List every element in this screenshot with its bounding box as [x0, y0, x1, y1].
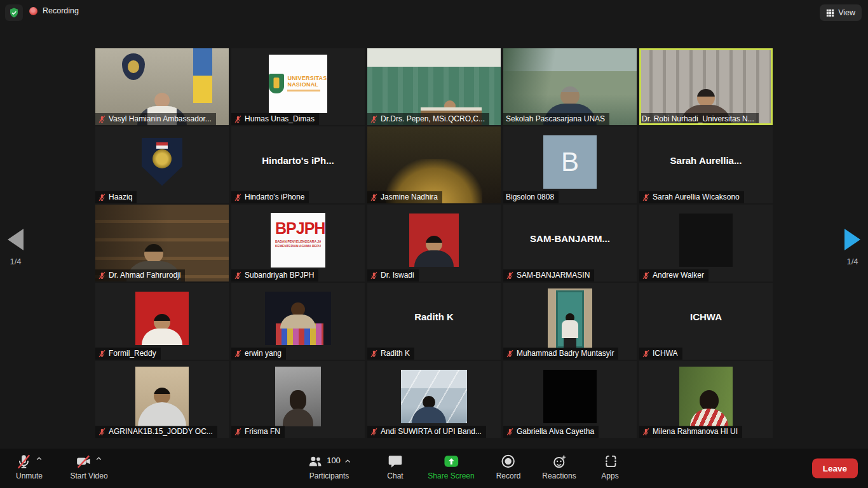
mic-muted-icon	[506, 349, 514, 358]
participant-tile[interactable]: Andrew Walker	[639, 205, 773, 281]
apps-button[interactable]: Apps	[601, 453, 618, 480]
mic-muted-icon	[506, 428, 514, 436]
participant-avatar	[367, 361, 501, 431]
photo-avatar	[135, 367, 189, 426]
mic-muted-icon	[98, 115, 106, 123]
participant-name-label: Sarah Aurellia Wicaksono	[639, 191, 744, 203]
participant-name-label: Dr. Iswadi	[367, 269, 419, 281]
participant-display-name: ICHWA	[639, 283, 773, 351]
mic-muted-icon	[370, 193, 378, 201]
participant-display-name: Hindarto's iPh...	[231, 126, 365, 194]
previous-page-control[interactable]: 1/4	[8, 229, 24, 266]
photo-avatar	[543, 370, 597, 423]
photo-avatar	[265, 292, 331, 345]
mic-slash-icon	[16, 453, 32, 470]
participant-name-label: ICHWA	[639, 348, 682, 360]
participant-tile[interactable]: Jasmine Nadhira	[367, 126, 501, 203]
participant-tile[interactable]: Dr. Iswadi	[367, 205, 501, 281]
mic-muted-icon	[642, 193, 650, 201]
participant-name-label: Dr.Drs. Pepen, MSi.QCRO,C...	[367, 113, 489, 125]
triangle-right-icon[interactable]	[844, 229, 860, 250]
participant-tile[interactable]: Gabriella Alva Cayetha	[503, 361, 637, 438]
people-icon	[307, 453, 323, 470]
participant-display-name: Sarah Aurellia...	[639, 126, 773, 194]
participant-display-name: SAM-BANJARM...	[503, 205, 637, 273]
wall-emblem	[122, 53, 145, 80]
mic-muted-icon	[98, 428, 106, 436]
participant-avatar	[639, 205, 773, 275]
triangle-left-icon[interactable]	[8, 229, 24, 250]
mic-muted-icon	[642, 428, 650, 436]
chat-button[interactable]: Chat	[387, 453, 403, 480]
participant-tile[interactable]: Vasyl Hamianin Ambassador...	[95, 48, 229, 125]
participants-button[interactable]: 100 Participants	[307, 453, 351, 480]
photo-avatar	[275, 367, 321, 426]
participant-tile[interactable]: BPJPH BADAN PENYELENGGARA JAMINANKEMENTE…	[231, 205, 365, 281]
participant-name-label: Haaziq	[95, 191, 137, 203]
grid-icon	[826, 9, 834, 17]
participant-tile[interactable]: Haaziq	[95, 126, 229, 203]
mic-muted-icon	[642, 349, 650, 358]
participant-name-label: Formil_Reddy	[95, 348, 161, 360]
participant-tile[interactable]: Hindarto's iPh... Hindarto's iPhone	[231, 126, 365, 203]
participant-name-label: Vasyl Hamianin Ambassador...	[95, 113, 216, 125]
participant-avatar	[367, 205, 501, 275]
participant-name-label: Frisma FN	[231, 426, 285, 438]
speech-bubble-icon	[387, 453, 403, 470]
chevron-up-icon[interactable]	[36, 455, 43, 463]
participant-tile[interactable]: Dr. Ahmad Fahrurodji	[95, 205, 229, 281]
participant-tile[interactable]: Dr. Robi Nurhadi_Universitas N...	[639, 48, 773, 125]
mic-muted-icon	[98, 271, 106, 280]
participant-avatar	[503, 361, 637, 431]
unmute-button[interactable]: Unmute	[16, 453, 43, 480]
participant-name-label: Andrew Walker	[639, 269, 709, 281]
mic-muted-icon	[98, 193, 106, 201]
participant-tile[interactable]: Frisma FN	[231, 361, 365, 438]
participant-tile[interactable]: Radith K Radith K	[367, 283, 501, 360]
participant-name-label: Humas Unas_Dimas	[231, 113, 319, 125]
participant-tile[interactable]: Formil_Reddy	[95, 283, 229, 360]
leave-button[interactable]: Leave	[812, 459, 858, 478]
mic-muted-icon	[370, 271, 378, 280]
security-button[interactable]	[5, 4, 23, 21]
participant-display-name: Radith K	[367, 283, 501, 351]
participant-tile[interactable]: erwin yang	[231, 283, 365, 360]
chevron-up-icon[interactable]	[344, 458, 351, 465]
participant-tile[interactable]: AGRINAK1B.15_JODDY OC...	[95, 361, 229, 438]
participant-tile[interactable]: Muhammad Badry Muntasyir	[503, 283, 637, 360]
participant-tile[interactable]: SAM-BANJARM... SAM-BANJARMASIN	[503, 205, 637, 281]
participant-tile[interactable]: Andi SUWIRTA of UPI Band...	[367, 361, 501, 438]
reactions-button[interactable]: Reactions	[542, 453, 576, 480]
mic-muted-icon	[370, 428, 378, 436]
view-label: View	[838, 8, 855, 17]
participant-name-label: Sekolah Pascasarjana UNAS	[503, 113, 609, 125]
photo-avatar	[409, 214, 459, 267]
letter-avatar: B	[543, 135, 597, 189]
recording-label: Recording	[43, 6, 79, 15]
view-button[interactable]: View	[820, 4, 862, 21]
participant-tile[interactable]: Dr.Drs. Pepen, MSi.QCRO,C...	[367, 48, 501, 125]
participant-tile[interactable]: UNIVERSITAS NASIONAL Humas Unas_Dimas	[231, 48, 365, 125]
ukraine-flag	[193, 48, 212, 103]
participant-avatar	[95, 361, 229, 431]
mic-muted-icon	[234, 193, 242, 201]
participant-tile[interactable]: Sekolah Pascasarjana UNAS	[503, 48, 637, 125]
share-screen-button[interactable]: Share Screen	[428, 453, 474, 480]
participant-tile[interactable]: ICHWA ICHWA	[639, 283, 773, 360]
participant-name-label: Hindarto's iPhone	[231, 191, 309, 203]
start-video-button[interactable]: Start Video	[70, 453, 107, 480]
mic-muted-icon	[234, 115, 242, 123]
next-page-control[interactable]: 1/4	[844, 229, 860, 266]
participant-tile[interactable]: Sarah Aurellia... Sarah Aurellia Wicakso…	[639, 126, 773, 203]
record-button[interactable]: Record	[496, 453, 521, 480]
recording-indicator: Recording	[29, 6, 79, 15]
participant-tile[interactable]: Milena Rahmanova HI UI	[639, 361, 773, 438]
top-bar: Recording View	[0, 0, 868, 25]
chevron-up-icon[interactable]	[95, 455, 103, 463]
photo-avatar	[679, 367, 733, 426]
participant-avatar	[639, 361, 773, 431]
page-indicator: 1/4	[10, 257, 21, 266]
participant-tile[interactable]: B Bigsolon 0808	[503, 126, 637, 203]
photo-avatar	[135, 292, 189, 345]
camera-slash-icon	[76, 453, 92, 470]
